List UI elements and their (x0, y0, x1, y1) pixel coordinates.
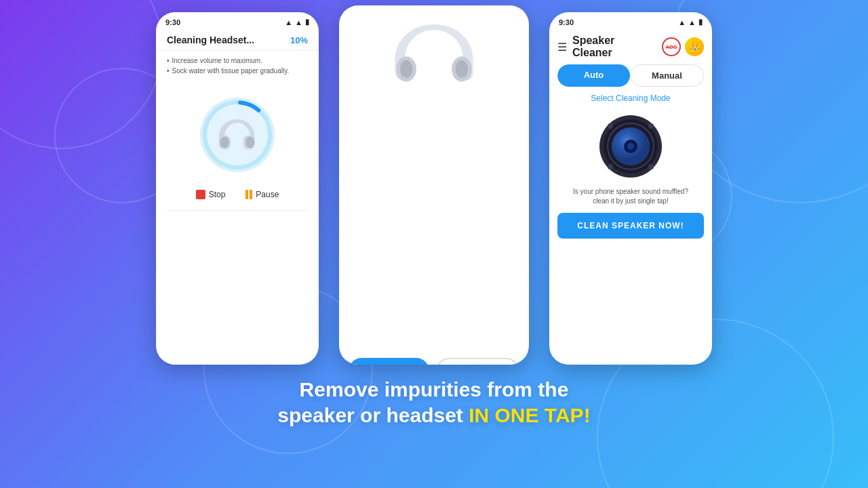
tips-section: • Increase volume to maximum. • Sock wat… (156, 50, 319, 84)
phones-row: 9:30 ▲ ▲ ▮ Cleaning Headset... 10% • Inc… (156, 0, 712, 365)
status-icons-left: ▲ ▲ ▮ (285, 18, 309, 26)
phone-left: 9:30 ▲ ▲ ▮ Cleaning Headset... 10% • Inc… (156, 12, 319, 365)
svg-point-0 (205, 102, 270, 167)
tip-1: • Increase volume to maximum. (167, 57, 308, 64)
cleaning-percent: 10% (290, 35, 308, 45)
ads-badge[interactable]: ADS (662, 37, 681, 56)
battery-icon-right: ▮ (698, 18, 703, 26)
header-icons: ADS 👑 (662, 37, 704, 56)
wifi-icon: ▲ (285, 18, 292, 26)
stop-icon (196, 190, 205, 199)
battery-icon: ▮ (305, 18, 309, 26)
signal-icon: ▲ (295, 18, 302, 26)
svg-point-22 (608, 164, 613, 169)
svg-point-6 (400, 60, 413, 78)
circular-progress (156, 84, 319, 179)
status-bar-right: 9:30 ▲ ▲ ▮ (549, 12, 712, 29)
time-right: 9:30 (559, 18, 574, 26)
test-buttons: 1. Test Headset 2. Test Manually (339, 358, 529, 365)
svg-point-23 (648, 164, 654, 169)
stop-button[interactable]: Stop (196, 190, 226, 199)
clean-speaker-button[interactable]: CLEAN SPEAKER NOW! (557, 213, 704, 239)
test-manually-button[interactable]: 2. Test Manually (436, 358, 519, 365)
left-divider (167, 210, 308, 211)
bottom-yellow-text: IN ONE TAP! (469, 404, 590, 426)
svg-point-21 (648, 123, 654, 129)
test-headset-button[interactable]: 1. Test Headset (349, 358, 429, 365)
app-header: ☰ Speaker Cleaner ADS 👑 (549, 29, 712, 64)
svg-point-20 (608, 123, 613, 129)
svg-point-19 (627, 143, 634, 150)
speaker-visual (549, 107, 712, 184)
circular-bg (200, 98, 275, 172)
mode-tabs: Auto Manual (557, 64, 704, 87)
select-mode-text: Select Cleaning Mode (549, 91, 712, 107)
muffled-line1: Is your phone speaker sound muffled? (560, 187, 701, 197)
signal-icon-right: ▲ (688, 18, 696, 26)
tab-manual[interactable]: Manual (630, 64, 704, 87)
time-left: 9:30 (165, 18, 180, 26)
bottom-line2: speaker or headset IN ONE TAP! (277, 403, 590, 428)
tip-2: • Sock water with tissue paper gradually… (167, 67, 308, 75)
bottom-text: Remove impurities from the speaker or he… (264, 365, 604, 428)
control-buttons: Stop Pause (156, 179, 319, 210)
bottom-line1: Remove impurities from the (277, 377, 590, 403)
pause-icon (245, 190, 252, 199)
muffled-line2: clean it by just single tap! (560, 197, 701, 206)
tab-auto[interactable]: Auto (557, 64, 630, 87)
wifi-icon-right: ▲ (678, 18, 686, 26)
crown-icon: 👑 (689, 41, 701, 52)
status-bar-left: 9:30 ▲ ▲ ▮ (156, 12, 319, 29)
phone-right: 9:30 ▲ ▲ ▮ ☰ Speaker Cleaner ADS 👑 Auto (549, 12, 712, 365)
hamburger-menu[interactable]: ☰ (557, 41, 567, 54)
pause-button[interactable]: Pause (245, 190, 279, 199)
cleaning-title: Cleaning Headset... (167, 35, 254, 45)
status-icons-right: ▲ ▲ ▮ (678, 18, 703, 26)
svg-point-7 (456, 60, 469, 78)
app-title: Speaker Cleaner (572, 35, 656, 59)
phone-center: 1. Test Headset 2. Test Manually 💧 💧 💧 A… (339, 5, 529, 365)
headphone-top (339, 5, 529, 358)
circular-container (200, 98, 275, 172)
crown-badge[interactable]: 👑 (685, 37, 704, 56)
speaker-icon (597, 113, 665, 180)
bottom-white-text: speaker or headset (277, 404, 469, 426)
headphone-center-top (376, 15, 492, 103)
left-header: Cleaning Headset... 10% (156, 29, 319, 50)
muffled-text: Is your phone speaker sound muffled? cle… (549, 184, 712, 213)
